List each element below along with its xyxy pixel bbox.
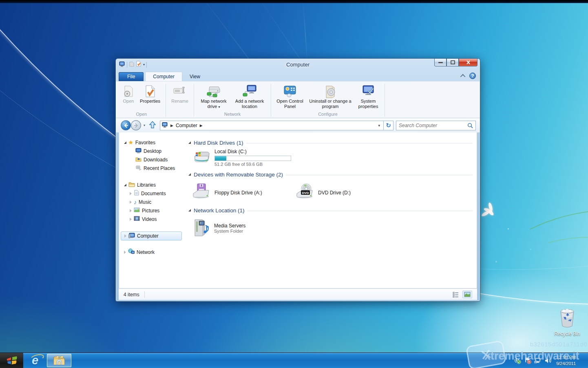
ribbon-tab-row: File Computer View ? xyxy=(116,71,480,81)
close-button[interactable] xyxy=(459,59,477,66)
taskbar-internet-explorer[interactable]: e xyxy=(23,353,47,368)
tab-computer[interactable]: Computer xyxy=(145,72,182,81)
drive-item-local-disk-c[interactable]: Local Disk (C:) 51.2 GB free of 59.6 GB xyxy=(192,149,473,167)
videos-icon xyxy=(134,216,140,222)
add-network-location-button[interactable]: Add a network location xyxy=(231,83,268,109)
recycle-bin-shortcut[interactable]: Recycle Bin xyxy=(551,308,583,337)
address-dropdown-caret[interactable]: ▾ xyxy=(378,123,382,128)
help-icon[interactable]: ? xyxy=(469,73,476,79)
breadcrumb-chevron[interactable]: ▶ xyxy=(170,123,174,128)
collapse-twisty-icon[interactable] xyxy=(130,201,132,204)
uninstall-program-icon xyxy=(324,84,336,99)
sidebar-item-recent-places[interactable]: Recent Places xyxy=(119,164,183,172)
recent-pages-dropdown[interactable]: ▾ xyxy=(144,123,145,127)
breadcrumb-computer[interactable]: Computer xyxy=(176,123,197,128)
back-button[interactable] xyxy=(121,120,131,130)
sidebar-item-libraries[interactable]: Libraries xyxy=(119,181,183,189)
collapse-twisty-icon[interactable] xyxy=(130,209,132,212)
sidebar-item-favorites[interactable]: ★ Favorites xyxy=(119,138,183,147)
sidebar-item-computer[interactable]: Computer xyxy=(121,231,182,240)
sidebar-item-videos[interactable]: Videos xyxy=(119,215,183,223)
internet-explorer-icon: e xyxy=(32,354,38,367)
uninstall-program-button[interactable]: Uninstall or change a program xyxy=(306,83,354,109)
drive-item-floppy-a[interactable]: Floppy Disk Drive (A:) xyxy=(192,183,295,203)
music-icon: ♪ xyxy=(134,199,137,205)
properties-button[interactable]: Properties xyxy=(137,83,163,104)
forward-arrow-icon xyxy=(134,123,139,128)
floppy-drive-icon xyxy=(192,183,211,203)
disk-usage-bar xyxy=(214,156,291,161)
tab-view[interactable]: View xyxy=(182,72,208,81)
collapse-twisty-icon[interactable] xyxy=(130,218,132,221)
sidebar-item-downloads[interactable]: Downloads xyxy=(119,155,183,164)
taskbar-file-explorer[interactable] xyxy=(47,354,71,367)
minimize-button[interactable] xyxy=(434,59,447,66)
status-bar: 4 items xyxy=(119,289,477,300)
forward-button[interactable] xyxy=(131,120,141,130)
thumbnail-view-button[interactable] xyxy=(462,291,472,298)
collapse-twisty-icon[interactable] xyxy=(124,251,126,254)
drive-item-dvd-d[interactable]: DVD DVD Drive (D:) xyxy=(295,183,399,203)
ribbon-separator xyxy=(271,84,271,117)
sidebar-item-network[interactable]: Network xyxy=(119,248,183,256)
open-control-panel-button[interactable]: Open Control Panel xyxy=(274,83,306,109)
drive-capacity-text: 51.2 GB free of 59.6 GB xyxy=(214,162,291,167)
rename-button[interactable]: Rename xyxy=(168,83,191,104)
collapse-twisty-icon[interactable] xyxy=(130,192,132,195)
system-properties-button[interactable]: System properties xyxy=(354,83,382,109)
main-area: ★ Favorites Desktop Downloads Recent Pl xyxy=(119,132,477,289)
ribbon: Open Properties Open Rename xyxy=(116,81,480,118)
start-button[interactable] xyxy=(0,353,23,368)
qat-properties-button[interactable] xyxy=(136,61,141,68)
map-network-drive-button[interactable]: Map network drive ▾ xyxy=(197,83,231,109)
group-header-hdd[interactable]: Hard Disk Drives (1) xyxy=(188,138,473,147)
ribbon-group-label-open: Open xyxy=(120,111,163,118)
expand-twisty-icon[interactable] xyxy=(124,184,126,186)
qat-separator xyxy=(127,62,127,68)
group-header-removable[interactable]: Devices with Removable Storage (2) xyxy=(188,170,473,179)
quick-access-toolbar: ▾ xyxy=(119,61,147,68)
ribbon-separator xyxy=(385,84,385,117)
control-panel-icon xyxy=(283,84,297,99)
address-bar[interactable]: ▶ Computer ▶ ▾ xyxy=(160,121,384,130)
up-button[interactable] xyxy=(149,121,156,130)
titlebar[interactable]: Computer ▾ xyxy=(116,59,480,71)
group-collapse-icon[interactable] xyxy=(188,141,191,144)
qat-separator xyxy=(146,62,147,68)
minimize-ribbon-icon[interactable] xyxy=(460,74,466,79)
restore-icon xyxy=(451,60,455,64)
refresh-button[interactable]: ↻ xyxy=(384,121,393,130)
sidebar-item-documents[interactable]: Documents xyxy=(119,189,183,198)
minimize-icon xyxy=(438,62,443,63)
details-view-button[interactable] xyxy=(451,291,461,298)
add-network-location-icon xyxy=(242,84,257,99)
qat-new-folder-button[interactable] xyxy=(129,61,134,68)
navigation-pane: ★ Favorites Desktop Downloads Recent Pl xyxy=(119,132,183,288)
item-media-servers[interactable]: Media Servers System Folder xyxy=(192,218,473,238)
back-arrow-icon xyxy=(124,123,128,128)
explorer-window: Computer ▾ File Comp xyxy=(115,58,480,302)
item-count: 4 items xyxy=(124,292,139,297)
file-explorer-icon xyxy=(53,355,65,366)
tab-file[interactable]: File xyxy=(119,72,144,81)
qat-customize-dropdown[interactable]: ▾ xyxy=(143,63,145,66)
maximize-button[interactable] xyxy=(447,59,459,66)
sidebar-item-pictures[interactable]: Pictures xyxy=(119,206,183,215)
search-icon[interactable] xyxy=(467,123,473,128)
wallpaper-top-shadow xyxy=(0,0,588,3)
open-button[interactable]: Open xyxy=(120,83,137,104)
content-pane: Hard Disk Drives (1) xyxy=(183,132,477,288)
breadcrumb-chevron[interactable]: ▶ xyxy=(199,123,203,128)
downloads-icon xyxy=(135,156,141,163)
search-input[interactable] xyxy=(399,123,467,128)
sidebar-item-desktop[interactable]: Desktop xyxy=(119,147,183,155)
ribbon-group-label-configure: Configure xyxy=(274,111,382,118)
libraries-icon xyxy=(128,182,135,188)
recycle-bin-icon xyxy=(558,308,577,328)
collapse-twisty-icon[interactable] xyxy=(124,234,126,238)
group-header-network-location[interactable]: Network Location (1) xyxy=(188,206,473,215)
expand-twisty-icon[interactable] xyxy=(124,141,126,144)
sidebar-item-music[interactable]: ♪ Music xyxy=(119,198,183,206)
group-collapse-icon[interactable] xyxy=(188,209,191,212)
group-collapse-icon[interactable] xyxy=(188,173,191,176)
